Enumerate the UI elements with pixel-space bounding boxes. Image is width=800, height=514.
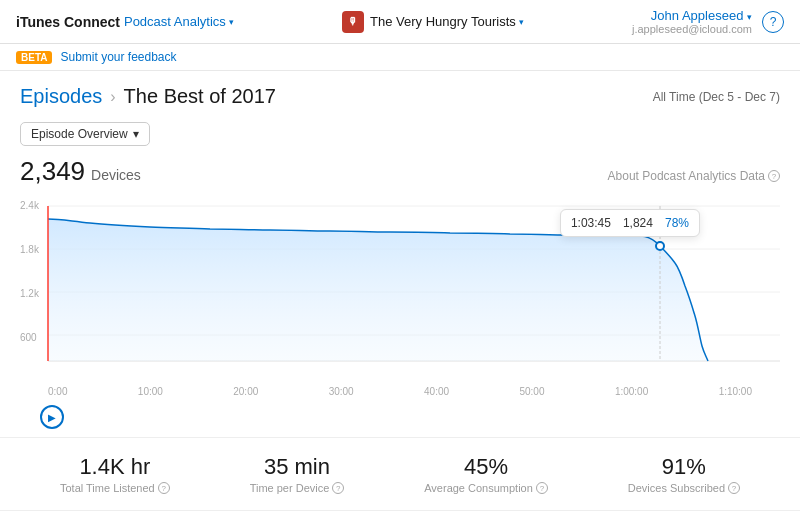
stat-value-2: 45% — [424, 454, 548, 480]
breadcrumb-arrow-icon: › — [110, 88, 115, 106]
tooltip-time: 1:03:45 — [571, 216, 611, 230]
stat-value-1: 35 min — [250, 454, 345, 480]
play-row: ▶ — [20, 401, 780, 429]
episode-overview-dropdown[interactable]: Episode Overview ▾ — [20, 122, 150, 146]
x-label-10: 10:00 — [138, 386, 163, 397]
stat-label-3: Devices Subscribed ? — [628, 482, 740, 494]
stat-info-icon-0[interactable]: ? — [158, 482, 170, 494]
beta-feedback-link[interactable]: Submit your feedback — [60, 50, 176, 64]
nav-left: iTunes Connect Podcast Analytics ▾ — [16, 14, 234, 30]
podcast-icon: 🎙 — [342, 11, 364, 33]
breadcrumb-episodes-link[interactable]: Episodes — [20, 85, 102, 108]
stats-row: 1.4K hr Total Time Listened ? 35 min Tim… — [0, 437, 800, 510]
svg-text:1.8k: 1.8k — [20, 244, 40, 255]
x-label-0: 0:00 — [48, 386, 67, 397]
help-button[interactable]: ? — [762, 11, 784, 33]
stat-time-per-device: 35 min Time per Device ? — [250, 454, 345, 494]
nav-brand: iTunes Connect — [16, 14, 120, 30]
x-label-70: 1:10:00 — [719, 386, 752, 397]
stat-info-icon-1[interactable]: ? — [332, 482, 344, 494]
about-info-icon: ? — [768, 170, 780, 182]
user-name[interactable]: John Appleseed ▾ — [632, 8, 752, 23]
chart-tooltip: 1:03:45 1,824 78% — [560, 209, 700, 237]
controls-row: Episode Overview ▾ — [0, 118, 800, 156]
stat-avg-consumption: 45% Average Consumption ? — [424, 454, 548, 494]
svg-text:1.2k: 1.2k — [20, 288, 40, 299]
countries-section: Top Countries 🇺🇸 1 United States 1,560 7… — [0, 510, 800, 514]
chart-unit: Devices — [91, 167, 141, 183]
breadcrumb: Episodes › The Best of 2017 — [20, 85, 276, 108]
play-button[interactable]: ▶ — [40, 405, 64, 429]
top-nav: iTunes Connect Podcast Analytics ▾ 🎙 The… — [0, 0, 800, 44]
chart-main-value: 2,349 — [20, 156, 85, 187]
stat-devices-subscribed: 91% Devices Subscribed ? — [628, 454, 740, 494]
svg-text:2.4k: 2.4k — [20, 200, 40, 211]
page-header: Episodes › The Best of 2017 All Time (De… — [0, 71, 800, 118]
chart-section: 2,349 Devices About Podcast Analytics Da… — [0, 156, 800, 429]
stat-value-3: 91% — [628, 454, 740, 480]
beta-badge: beta — [16, 51, 52, 64]
chart-about[interactable]: About Podcast Analytics Data ? — [608, 169, 780, 183]
stat-info-icon-3[interactable]: ? — [728, 482, 740, 494]
x-label-20: 20:00 — [233, 386, 258, 397]
beta-bar: beta Submit your feedback — [0, 44, 800, 71]
chart-title-group: 2,349 Devices — [20, 156, 141, 187]
podcast-chevron-icon: ▾ — [519, 17, 524, 27]
x-label-30: 30:00 — [329, 386, 354, 397]
user-email: j.appleseed@icloud.com — [632, 23, 752, 35]
x-label-50: 50:00 — [519, 386, 544, 397]
chart-container: 2.4k 1.8k 1.2k 600 1:03:45 1,824 — [20, 191, 780, 386]
stat-label-1: Time per Device ? — [250, 482, 345, 494]
x-label-60: 1:00:00 — [615, 386, 648, 397]
x-label-40: 40:00 — [424, 386, 449, 397]
stat-value-0: 1.4K hr — [60, 454, 170, 480]
podcast-name-label[interactable]: The Very Hungry Tourists ▾ — [370, 14, 524, 29]
dropdown-chevron-icon: ▾ — [133, 127, 139, 141]
nav-right: John Appleseed ▾ j.appleseed@icloud.com … — [632, 8, 784, 35]
stat-label-2: Average Consumption ? — [424, 482, 548, 494]
user-chevron-icon: ▾ — [747, 12, 752, 22]
tooltip-percent: 78% — [665, 216, 689, 230]
nav-section[interactable]: Podcast Analytics ▾ — [124, 14, 234, 29]
chart-header: 2,349 Devices About Podcast Analytics Da… — [20, 156, 780, 187]
stat-label-0: Total Time Listened ? — [60, 482, 170, 494]
breadcrumb-current: The Best of 2017 — [124, 85, 276, 108]
user-info: John Appleseed ▾ j.appleseed@icloud.com — [632, 8, 752, 35]
stat-info-icon-2[interactable]: ? — [536, 482, 548, 494]
stat-total-time: 1.4K hr Total Time Listened ? — [60, 454, 170, 494]
svg-text:600: 600 — [20, 332, 37, 343]
nav-center: 🎙 The Very Hungry Tourists ▾ — [342, 11, 524, 33]
svg-point-11 — [656, 242, 664, 250]
tooltip-devices: 1,824 — [623, 216, 653, 230]
date-range: All Time (Dec 5 - Dec 7) — [653, 90, 780, 104]
nav-section-chevron-icon: ▾ — [229, 17, 234, 27]
